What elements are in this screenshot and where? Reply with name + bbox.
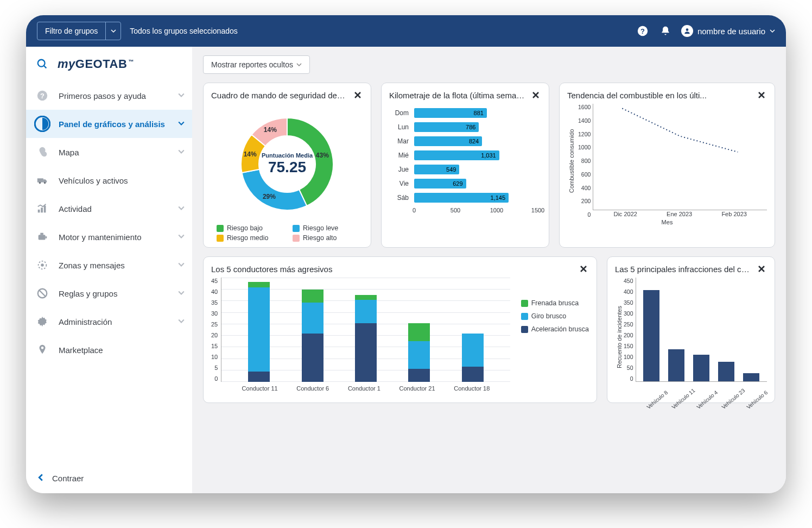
chevron-down-icon [178, 119, 185, 129]
svg-point-3 [38, 60, 45, 67]
donut-slice-label: 14% [244, 150, 257, 158]
nav: ? Primeros pasos y ayuda Panel de gráfic… [26, 81, 192, 463]
vbar-chart: Combustible consumido 160014001200100080… [567, 104, 767, 218]
donut-legend: Riesgo bajoRiesgo leveRiesgo medioRiesgo… [211, 223, 363, 242]
close-icon[interactable] [756, 90, 767, 100]
close-icon[interactable] [352, 90, 363, 100]
close-icon[interactable] [578, 263, 589, 274]
hbar-row: Dom881 [389, 106, 538, 120]
chevron-down-icon [178, 317, 185, 326]
svg-rect-17 [46, 236, 47, 238]
close-icon[interactable] [756, 263, 767, 274]
username-label: nombre de usuario [697, 27, 765, 36]
svg-rect-15 [39, 235, 46, 240]
card-title: Cuadro de mando de seguridad del co... [211, 91, 347, 100]
dashboard-icon [34, 115, 51, 133]
hbar-chart: Dom881Lun786Mar824Mié1,031Jue549Vie629Sá… [389, 104, 541, 217]
zones-icon [34, 256, 51, 274]
stack-legend: Frenada bruscaGiro bruscoAceleración bru… [510, 278, 589, 397]
chevron-down-icon [178, 288, 185, 298]
sidebar-item-label: Primeros pasos y ayuda [59, 91, 170, 100]
sidebar-item-label: Motor y mantenimiento [59, 232, 170, 242]
chevron-down-icon [178, 204, 185, 213]
hbar-row: Lun786 [389, 120, 538, 134]
sidebar-item-truck[interactable]: Vehículos y activos [26, 166, 192, 194]
svg-point-8 [42, 152, 47, 156]
collapse-button[interactable]: Contraer [26, 463, 192, 493]
chevron-left-icon [37, 474, 45, 483]
sidebar-item-help-circle[interactable]: ? Primeros pasos y ayuda [26, 81, 192, 110]
close-icon[interactable] [530, 90, 541, 100]
card-fuel-trend: Tendencia del combustible en los últi...… [559, 83, 775, 248]
sidebar-item-label: Actividad [59, 204, 170, 213]
legend-item: Aceleración brusca [521, 325, 589, 333]
sidebar-item-marketplace[interactable]: Marketplace [26, 336, 192, 364]
sidebar-item-label: Marketplace [59, 345, 185, 355]
chevron-down-icon [178, 147, 185, 157]
donut-slice-label: 29% [263, 193, 276, 200]
sidebar-item-dashboard[interactable]: Panel de gráficos y análisis [26, 110, 192, 138]
svg-rect-14 [44, 206, 46, 213]
legend-item: Riesgo leve [293, 224, 358, 232]
logo: myGEOTAB™ [58, 57, 134, 71]
card-title: Las 5 principales infracciones del cint.… [615, 265, 751, 274]
svg-rect-9 [37, 178, 43, 182]
engine-icon [34, 228, 51, 246]
sidebar-item-engine[interactable]: Motor y mantenimiento [26, 223, 192, 251]
legend-item: Riesgo medio [217, 234, 282, 242]
card-top-drivers: Los 5 conductores más agresivos 45403530… [203, 256, 597, 403]
svg-point-18 [41, 263, 44, 267]
toggle-hidden-reports-button[interactable]: Mostrar reportes ocultos [203, 55, 310, 74]
svg-text:?: ? [640, 27, 645, 35]
user-menu[interactable]: nombre de usuario [681, 25, 775, 37]
chevron-down-icon [178, 91, 185, 100]
hbar-row: Mar824 [389, 134, 538, 148]
user-icon [681, 25, 693, 37]
svg-line-4 [44, 66, 47, 68]
hbar-row: Sáb1,145 [389, 191, 538, 205]
sidebar-item-label: Panel de gráficos y análisis [59, 120, 170, 129]
group-filter-dropdown[interactable]: Filtro de grupos [37, 22, 121, 40]
sidebar-item-label: Mapa [59, 148, 170, 157]
legend-item: Riesgo bajo [217, 224, 282, 232]
hbar-row: Mié1,031 [389, 148, 538, 162]
svg-rect-12 [38, 210, 40, 213]
svg-rect-13 [41, 208, 43, 212]
svg-point-23 [41, 347, 44, 349]
truck-icon [34, 172, 51, 189]
hbar-row: Jue549 [389, 162, 538, 177]
svg-line-21 [40, 291, 46, 297]
card-fleet-mileage: Kilometraje de la flota (última semana) … [381, 83, 549, 248]
sidebar-item-zones[interactable]: Zonas y mensajes [26, 251, 192, 279]
hbar-row: Vie629 [389, 177, 538, 191]
chevron-down-icon [178, 232, 185, 242]
sidebar-item-map-pin[interactable]: Mapa [26, 138, 192, 166]
gear-icon [34, 313, 51, 330]
main: Mostrar reportes ocultos Cuadro de mando… [192, 47, 786, 493]
svg-point-10 [39, 182, 41, 184]
donut-slice-label: 43% [316, 152, 329, 159]
search-icon[interactable] [35, 56, 50, 72]
sidebar-item-gear[interactable]: Administración [26, 307, 192, 336]
marketplace-icon [34, 341, 51, 359]
help-icon[interactable]: ? [636, 24, 650, 38]
legend-item: Frenada brusca [521, 299, 589, 307]
svg-text:?: ? [40, 92, 45, 100]
group-filter-label: Filtro de grupos [37, 27, 105, 35]
sb-chart: Recuento de incidentes 45040035030025020… [615, 278, 767, 397]
chevron-down-icon [770, 28, 775, 34]
card-safety-dashboard: Cuadro de mando de seguridad del co... P… [203, 83, 371, 248]
groups-selected-text: Todos los grupos seleccionados [130, 27, 237, 35]
svg-point-2 [686, 28, 689, 31]
card-title: Tendencia del combustible en los últi... [567, 91, 707, 100]
sidebar-item-rules[interactable]: Reglas y grupos [26, 279, 192, 307]
sidebar-item-activity[interactable]: Actividad [26, 194, 192, 223]
topbar: Filtro de grupos Todos los grupos selecc… [26, 15, 786, 47]
card-seatbelt: Las 5 principales infracciones del cint.… [607, 256, 775, 403]
sidebar-item-label: Zonas y mensajes [59, 261, 170, 270]
bell-icon[interactable] [658, 24, 673, 38]
chevron-down-icon [178, 260, 185, 270]
legend-item: Giro brusco [521, 312, 589, 320]
legend-item: Riesgo alto [293, 234, 358, 242]
rules-icon [34, 285, 51, 302]
